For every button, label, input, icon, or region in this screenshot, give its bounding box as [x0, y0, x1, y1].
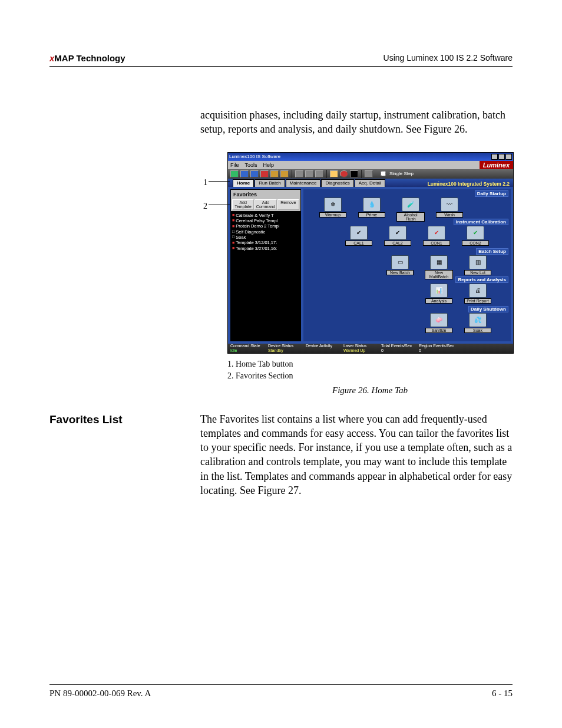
con1-button[interactable]: ✔CON1	[422, 226, 451, 246]
cal1-button[interactable]: ✔CAL1	[345, 226, 373, 246]
analysis-button[interactable]: 📊Analysis	[425, 284, 453, 304]
cal2-button[interactable]: ✔CAL2	[384, 226, 412, 246]
con2-button[interactable]: ✔CON2	[461, 226, 490, 246]
header-main: MAP Technology	[54, 53, 125, 63]
prime-icon: 💧	[363, 197, 381, 212]
callout-2: 2	[200, 202, 207, 211]
new-lot-button[interactable]: ▥New Lot	[464, 255, 492, 279]
alcohol-flush-button[interactable]: 🧪Alcohol Flush	[396, 197, 425, 222]
footer-left: PN 89-00002-00-069 Rev. A	[49, 689, 151, 699]
single-step-checkbox[interactable]	[381, 171, 386, 176]
work-area: Favorites Add Template Add Command Remov…	[228, 187, 513, 344]
toolbar-separator	[326, 170, 327, 178]
alcohol-flush-icon: 🧪	[402, 197, 419, 212]
single-step-label: Single Step	[389, 171, 414, 176]
app-window: Luminex100 IS Software File Tools Help L…	[227, 152, 514, 354]
favorites-header: Favorites Add Template Add Command Remov…	[230, 189, 301, 212]
toolbar-icon[interactable]	[280, 170, 289, 177]
single-step[interactable]: Single Step	[378, 169, 414, 178]
intro-paragraph: acquisition phases, including daily star…	[200, 108, 513, 137]
system-version: Luminex100 Integrated System 2.2	[428, 181, 513, 187]
sanitize-icon: 🧼	[430, 313, 448, 327]
header-rule	[49, 66, 513, 67]
brand-logo: Luminex	[480, 161, 513, 169]
list-item[interactable]: Calibrate & Verify T	[232, 213, 299, 218]
toolbar-icon[interactable]	[365, 170, 373, 177]
figure-block: 1 2 Luminex100 IS Software	[200, 152, 513, 396]
add-command-button[interactable]: Add Command	[254, 199, 276, 210]
sb-value-total: 0	[381, 348, 416, 353]
list-item[interactable]: Template 3/12/01,17:	[232, 240, 299, 245]
soak-button[interactable]: 💦Soak	[464, 313, 492, 333]
new-batch-icon: ▭	[391, 255, 409, 269]
favorites-list[interactable]: Calibrate & Verify T Cerebral Palsy Temp…	[230, 212, 301, 341]
list-item[interactable]: Cerebral Palsy Templ	[232, 218, 299, 223]
add-template-button[interactable]: Add Template	[232, 199, 254, 210]
footer-rule	[49, 684, 513, 685]
sb-value-cmd: Idle	[230, 348, 266, 353]
print-report-button[interactable]: 🖨Print Report	[464, 284, 492, 304]
sb-label-laser: Laser Status	[343, 344, 379, 348]
section-body: The Favorites list contains a list where…	[200, 412, 513, 498]
list-item[interactable]: Protein Demo 2 Templ	[232, 223, 299, 229]
sb-label-total: Total Events/Sec	[381, 344, 416, 348]
sb-label-region: Region Events/Sec	[419, 344, 454, 348]
toolbar-icon[interactable]	[330, 170, 338, 177]
figure-caption: Figure 26. Home Tab	[227, 386, 513, 396]
screenshot: Luminex100 IS Software File Tools Help L…	[227, 152, 513, 396]
toolbar-icon[interactable]	[340, 170, 348, 177]
prime-button[interactable]: 💧Prime	[358, 197, 386, 222]
tab-run-batch[interactable]: Run Batch	[254, 179, 285, 187]
menu-file[interactable]: File	[230, 162, 239, 168]
menu-help[interactable]: Help	[263, 162, 275, 168]
menubar: File Tools Help Luminex	[228, 161, 513, 169]
toolbar-icon[interactable]	[260, 170, 269, 177]
cal1-icon: ✔	[350, 226, 368, 240]
new-multibatch-button[interactable]: ▦New MultiBatch	[425, 255, 453, 279]
toolbar-icon[interactable]	[240, 170, 249, 177]
group-instrument-calibration: Instrument Calibration	[454, 219, 508, 225]
list-item[interactable]: Self Diagnostic	[232, 229, 299, 235]
tab-home[interactable]: Home	[233, 179, 254, 187]
favorites-list-section: Favorites List The Favorites list contai…	[49, 412, 513, 498]
footer-right: 6 - 15	[492, 689, 513, 699]
new-batch-button[interactable]: ▭New Batch	[386, 255, 414, 279]
tab-diagnostics[interactable]: Diagnostics	[321, 179, 353, 187]
remove-button[interactable]: Remove	[277, 199, 299, 210]
callout-2-line	[209, 205, 230, 205]
tab-maintenance[interactable]: Maintenance	[286, 179, 321, 187]
list-item[interactable]: Template 3/27/01,16:	[232, 246, 299, 251]
group-batch-setup: Batch Setup	[476, 248, 508, 255]
group-daily-shutdown: Daily Shutdown	[468, 306, 508, 312]
group-daily-startup: Daily Startup	[475, 190, 508, 197]
wash-button[interactable]: 〰Wash	[435, 197, 464, 222]
menu-tools[interactable]: Tools	[245, 162, 257, 168]
toolbar-icon[interactable]	[295, 170, 303, 177]
warmup-button[interactable]: ❄Warmup	[319, 197, 347, 222]
toolbar-icon[interactable]	[230, 170, 239, 177]
print-report-icon: 🖨	[469, 284, 487, 298]
header-left: xMAP Technology	[49, 53, 125, 64]
toolbar-icon[interactable]	[315, 170, 323, 177]
titlebar: Luminex100 IS Software	[228, 153, 513, 161]
page-header: xMAP Technology Using Luminex 100 IS 2.2…	[49, 53, 513, 64]
eject-icon[interactable]	[350, 170, 358, 177]
toolbar-icon[interactable]	[305, 170, 313, 177]
toolbar-icon[interactable]	[270, 170, 279, 177]
close-icon[interactable]	[505, 154, 512, 160]
home-stage: Daily Startup ❄Warmup 💧Prime 🧪Alcohol Fl…	[303, 189, 511, 341]
window-controls	[491, 154, 512, 160]
tab-acq-detail[interactable]: Acq. Detail	[355, 179, 386, 187]
toolbar-icon[interactable]	[250, 170, 259, 177]
toolbar: Single Step	[228, 169, 513, 179]
sanitize-button[interactable]: 🧼Sanitize	[425, 313, 453, 333]
minimize-icon[interactable]	[491, 154, 498, 160]
page-footer: PN 89-00002-00-069 Rev. A 6 - 15	[49, 684, 513, 699]
toolbar-separator	[361, 170, 362, 178]
sb-label-act: Device Activity	[306, 344, 341, 348]
list-item[interactable]: Soak	[232, 235, 299, 240]
group-reports: Reports and Analysis	[455, 276, 508, 283]
soak-icon: 💦	[469, 313, 487, 327]
maximize-icon[interactable]	[498, 154, 505, 160]
new-lot-icon: ▥	[469, 255, 487, 269]
